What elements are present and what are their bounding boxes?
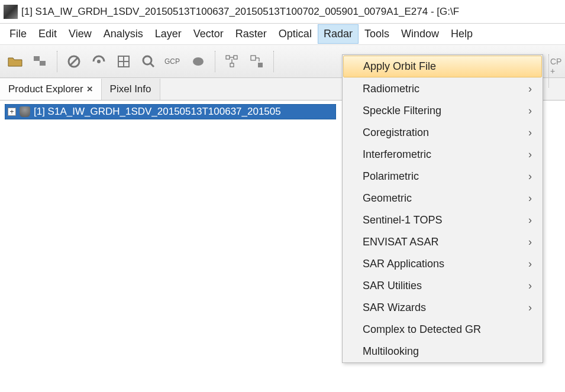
menu-item-apply-orbit-file[interactable]: Apply Orbit File [343, 56, 542, 77]
menu-item-speckle-filtering[interactable]: Speckle Filtering› [343, 100, 543, 122]
close-icon[interactable]: × [87, 83, 93, 95]
expand-icon[interactable]: + [8, 108, 16, 116]
svg-line-6 [150, 63, 154, 67]
menu-help[interactable]: Help [445, 24, 479, 44]
menu-item-label: Complex to Detected GR [363, 323, 481, 336]
menu-vector[interactable]: Vector [188, 24, 230, 44]
menu-item-sar-wizards[interactable]: SAR Wizards› [343, 297, 543, 319]
toolbar-gcp-icon[interactable]: GCP [163, 51, 184, 72]
menu-item-coregistration[interactable]: Coregistration› [343, 122, 543, 144]
tab-label: Pixel Info [110, 83, 151, 95]
titlebar: [1] S1A_IW_GRDH_1SDV_20150513T100637_201… [0, 0, 565, 24]
menu-item-label: Interferometric [363, 148, 431, 161]
chevron-right-icon: › [528, 236, 532, 248]
chevron-right-icon: › [528, 258, 532, 270]
menu-window[interactable]: Window [395, 24, 445, 44]
menu-item-label: Coregistration [363, 127, 429, 139]
chevron-right-icon: › [528, 83, 532, 95]
tab-pixel-info[interactable]: Pixel Info [102, 79, 160, 100]
toolbar-slash-circle-icon[interactable] [63, 51, 85, 72]
svg-rect-11 [230, 63, 234, 67]
menu-radar[interactable]: Radar [318, 24, 359, 44]
menu-item-polarimetric[interactable]: Polarimetric› [343, 166, 543, 187]
toolbar-separator [57, 51, 57, 72]
toolbar-target-icon[interactable] [88, 51, 109, 72]
svg-rect-15 [258, 63, 263, 67]
menu-item-label: SAR Applications [363, 258, 444, 270]
menu-raster[interactable]: Raster [230, 24, 273, 44]
svg-point-8 [193, 57, 204, 66]
toolbar-grid-icon[interactable] [113, 51, 134, 72]
menu-item-radiometric[interactable]: Radiometric› [343, 78, 543, 100]
svg-point-4 [97, 60, 101, 63]
menu-item-sentinel-1-tops[interactable]: Sentinel-1 TOPS› [343, 209, 543, 231]
toolbar-products-icon[interactable] [30, 51, 51, 72]
svg-point-5 [143, 56, 151, 64]
menu-item-label: SAR Utilities [363, 280, 422, 292]
menu-item-label: Sentinel-1 TOPS [363, 214, 442, 226]
menu-item-sar-utilities[interactable]: SAR Utilities› [343, 275, 543, 297]
svg-rect-9 [226, 56, 230, 59]
toolbar-convert-icon[interactable] [246, 51, 267, 72]
chevron-right-icon: › [528, 214, 532, 226]
menu-edit[interactable]: Edit [33, 24, 63, 44]
menu-item-geometric[interactable]: Geometric› [343, 187, 543, 209]
toolbar-open-folder-icon[interactable] [5, 51, 26, 72]
tree-root-item[interactable]: + [1] S1A_IW_GRDH_1SDV_20150513T100637_2… [5, 104, 336, 119]
chevron-right-icon: › [528, 170, 532, 183]
tab-label: Product Explorer [8, 83, 83, 95]
toolbar-graph-icon[interactable] [221, 51, 243, 72]
svg-text:GCP: GCP [164, 57, 180, 66]
toolbar-zoom-icon[interactable] [138, 51, 159, 72]
app-icon [4, 5, 18, 19]
svg-rect-10 [234, 56, 237, 59]
chevron-right-icon: › [528, 148, 532, 161]
menu-item-sar-applications[interactable]: SAR Applications› [343, 253, 543, 275]
toolbar-blob-icon[interactable] [188, 51, 209, 72]
menubar: FileEditViewAnalysisLayerVectorRasterOpt… [0, 24, 565, 45]
menu-item-label: Geometric [363, 192, 412, 205]
tree-root-label: [1] S1A_IW_GRDH_1SDV_20150513T100637_201… [34, 106, 281, 118]
menu-item-label: Speckle Filtering [363, 105, 441, 117]
menu-optical[interactable]: Optical [273, 24, 318, 44]
menu-item-complex-to-detected-gr[interactable]: Complex to Detected GR [343, 319, 543, 341]
chevron-right-icon: › [528, 105, 532, 117]
toolbar-separator [273, 51, 274, 72]
menu-file[interactable]: File [4, 24, 33, 44]
chevron-right-icon: › [528, 302, 532, 314]
svg-rect-14 [251, 56, 256, 60]
chevron-right-icon: › [528, 127, 532, 139]
right-dock-hint: CP + [548, 54, 565, 88]
chevron-right-icon: › [528, 192, 532, 205]
svg-rect-0 [34, 56, 40, 61]
menu-item-label: Radiometric [363, 83, 419, 95]
menu-view[interactable]: View [63, 24, 98, 44]
product-icon [20, 106, 30, 117]
menu-item-multilooking[interactable]: Multilooking [343, 341, 543, 362]
menu-layer[interactable]: Layer [149, 24, 188, 44]
radar-menu-dropdown: Apply Orbit FileRadiometric›Speckle Filt… [342, 54, 543, 363]
window-title: [1] S1A_IW_GRDH_1SDV_20150513T100637_201… [21, 6, 459, 18]
chevron-right-icon: › [528, 280, 532, 292]
menu-item-envisat-asar[interactable]: ENVISAT ASAR› [343, 231, 543, 253]
menu-item-label: SAR Wizards [363, 302, 426, 314]
menu-tools[interactable]: Tools [359, 24, 395, 44]
menu-item-label: ENVISAT ASAR [363, 236, 438, 248]
svg-rect-1 [40, 61, 46, 66]
menu-item-interferometric[interactable]: Interferometric› [343, 144, 543, 166]
tab-product-explorer[interactable]: Product Explorer× [0, 79, 102, 100]
toolbar-separator [215, 51, 215, 72]
svg-line-3 [70, 57, 78, 66]
menu-item-label: Multilooking [363, 345, 419, 358]
menu-item-label: Apply Orbit File [363, 60, 436, 73]
menu-item-label: Polarimetric [363, 170, 419, 183]
menu-analysis[interactable]: Analysis [98, 24, 149, 44]
